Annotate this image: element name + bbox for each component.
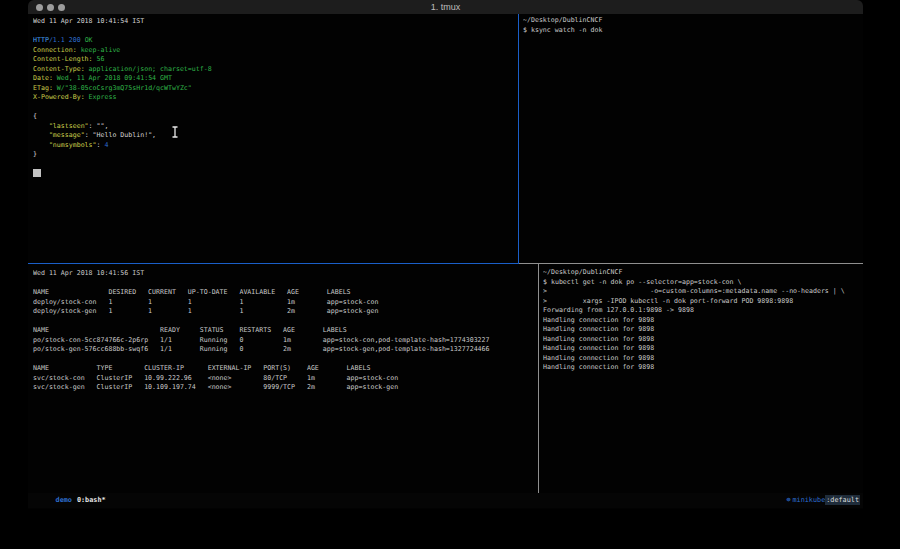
session-name: demo [56, 496, 72, 504]
pane-divider-vertical-top[interactable] [518, 14, 519, 263]
window-titlebar[interactable]: 1. tmux [28, 0, 863, 14]
status-left: demo0:bash* [28, 478, 106, 523]
kubernetes-icon: ☸ [786, 496, 790, 504]
pane-kubectl-get[interactable]: Wed 11 Apr 2018 10:41:56 IST NAME DESIRE… [33, 269, 537, 491]
desktop: { "window": { "title": "1. tmux" }, "col… [0, 0, 900, 555]
window-tab[interactable]: 0:bash* [77, 496, 106, 504]
pane-ksync[interactable]: ~/Desktop/DublinCNCF$ ksync watch -n dok [523, 16, 861, 262]
tmux-status-bar: demo0:bash* ☸minikube:default [28, 493, 863, 508]
terminal-window: 1. tmux Wed 11 Apr 2018 10:41:54 IST HTT… [28, 0, 863, 509]
pane-divider-horizontal-right[interactable] [519, 263, 863, 264]
ibeam-pointer-icon [171, 123, 179, 135]
pane-divider-horizontal-left[interactable] [28, 263, 519, 264]
pane-port-forward[interactable]: ~/Desktop/DublinCNCF$ kubectl get -n dok… [543, 268, 861, 491]
kube-namespace: :default [825, 495, 860, 505]
page-bottom-strip [0, 549, 900, 555]
window-title: 1. tmux [28, 2, 863, 12]
pane-divider-vertical-bottom[interactable] [538, 264, 539, 493]
kube-context: minikube [793, 496, 826, 504]
status-right: ☸minikube:default [762, 478, 863, 523]
pane-http-response[interactable]: Wed 11 Apr 2018 10:41:54 IST HTTP/1.1 20… [33, 17, 517, 262]
